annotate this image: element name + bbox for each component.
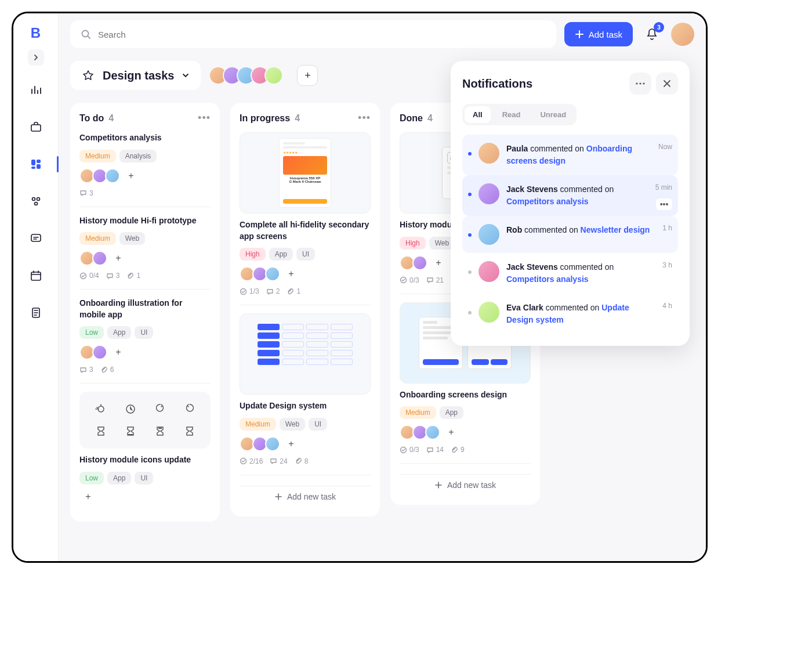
- add-new-task-button[interactable]: Add new task: [400, 474, 531, 496]
- nav-notes[interactable]: [24, 301, 48, 324]
- attachments-count: 9: [451, 446, 465, 454]
- task-card[interactable]: Onboarding illustration for mobile app L…: [79, 298, 211, 384]
- nav-dashboard[interactable]: [24, 78, 48, 102]
- nav-team[interactable]: [24, 190, 48, 213]
- add-assignee-button[interactable]: +: [285, 438, 298, 450]
- nav-board[interactable]: [24, 153, 48, 176]
- collapse-sidebar-button[interactable]: [28, 49, 44, 66]
- tab-unread[interactable]: Unread: [532, 106, 574, 123]
- board-title: Design tasks: [103, 69, 174, 82]
- add-assignee-button[interactable]: +: [445, 426, 458, 439]
- unread-dot: [468, 270, 472, 274]
- tab-all[interactable]: All: [465, 106, 491, 123]
- favorite-button[interactable]: [81, 68, 96, 83]
- board-members[interactable]: [209, 66, 283, 85]
- unread-dot: [468, 311, 472, 314]
- notification-avatar: [478, 224, 499, 245]
- add-assignee-button[interactable]: +: [112, 346, 125, 359]
- nav-icons: [24, 78, 48, 324]
- svg-rect-9: [31, 272, 41, 280]
- svg-point-14: [241, 288, 246, 294]
- chevron-down-icon[interactable]: [181, 71, 190, 80]
- card-assignees: +: [79, 251, 211, 266]
- notes-icon: [30, 307, 42, 319]
- add-new-task-button[interactable]: Add new task: [240, 486, 371, 507]
- board-title-box: Design tasks: [70, 61, 201, 90]
- column-menu-button[interactable]: •••: [198, 112, 211, 124]
- task-card[interactable]: Competitors analysis Medium Analysis + 3: [79, 132, 211, 207]
- plus-icon: [575, 30, 584, 39]
- column-title: In progress 4: [240, 113, 300, 124]
- svg-rect-8: [31, 234, 41, 241]
- notification-link[interactable]: Competitors analysis: [506, 274, 589, 284]
- card-tags: Medium App: [400, 406, 531, 419]
- notification-item[interactable]: Rob commented on Newsletter design 1 h: [462, 216, 678, 253]
- notifications-more-button[interactable]: [629, 73, 651, 95]
- notification-item[interactable]: Paula commented on Onboarding screens de…: [462, 135, 678, 175]
- search-input[interactable]: [98, 30, 546, 39]
- svg-point-7: [34, 203, 37, 205]
- unread-dot: [468, 152, 472, 156]
- comments-count: 3: [79, 366, 93, 374]
- svg-rect-1: [31, 160, 35, 165]
- notification-time: 1 h: [662, 224, 672, 232]
- notification-item[interactable]: Jack Stevens commented on Competitors an…: [462, 253, 678, 294]
- notification-more-button[interactable]: •••: [656, 198, 672, 210]
- nav-calendar[interactable]: [24, 264, 48, 287]
- user-avatar[interactable]: [671, 23, 694, 46]
- card-tags: Low AppUI: [79, 472, 211, 485]
- category-tag: App: [440, 406, 463, 419]
- notifications-button[interactable]: 3: [641, 23, 663, 45]
- priority-tag: Medium: [79, 232, 116, 245]
- category-tag: Web: [280, 418, 305, 431]
- card-tags: High AppUI: [240, 248, 371, 261]
- tab-read[interactable]: Read: [494, 106, 529, 123]
- notification-link[interactable]: Competitors analysis: [506, 197, 589, 206]
- task-card[interactable]: History module icons update Low AppUI +: [79, 392, 211, 512]
- chevron-right-icon: [32, 54, 39, 61]
- notification-item[interactable]: Eva Clark commented on Update Design sys…: [462, 294, 678, 334]
- svg-rect-0: [31, 125, 41, 131]
- notification-item[interactable]: Jack Stevens commented on Competitors an…: [462, 175, 678, 216]
- attachments-count: 1: [287, 287, 300, 295]
- add-assignee-button[interactable]: +: [125, 169, 137, 182]
- add-task-button[interactable]: Add task: [564, 22, 633, 46]
- card-title: Complete all hi-fidelity secondary app s…: [240, 219, 371, 242]
- notification-avatar: [478, 302, 499, 323]
- card-thumbnail: ★★★★★Husqvarna 550 XPG Mark II Chainsaw: [240, 132, 371, 214]
- add-assignee-button[interactable]: +: [112, 252, 125, 265]
- search-box[interactable]: [70, 20, 556, 48]
- category-tag: App: [107, 472, 131, 485]
- task-card[interactable]: History module Hi-fi prototype Medium We…: [79, 215, 211, 290]
- notifications-close-button[interactable]: [656, 73, 678, 95]
- task-card[interactable]: ★★★★★Husqvarna 550 XPG Mark II ChainsawC…: [240, 132, 371, 305]
- column-count: 4: [295, 113, 300, 124]
- card-assignees: +: [240, 266, 371, 281]
- card-meta: 2/16248: [240, 457, 371, 465]
- add-member-button[interactable]: +: [297, 65, 318, 86]
- comments-count: 3: [106, 272, 120, 280]
- nav-briefcase[interactable]: [24, 115, 48, 139]
- priority-tag: High: [400, 237, 426, 250]
- nav-messages[interactable]: [24, 227, 48, 250]
- svg-rect-3: [37, 164, 41, 169]
- unread-dot: [468, 233, 472, 237]
- add-assignee-button[interactable]: +: [285, 267, 298, 280]
- svg-point-5: [32, 198, 35, 201]
- close-icon: [663, 79, 671, 88]
- card-assignees: +: [79, 168, 211, 183]
- card-title: Onboarding illustration for mobile app: [79, 298, 211, 320]
- notification-time: 4 h: [662, 302, 672, 310]
- card-assignees: +: [79, 490, 211, 503]
- briefcase-icon: [30, 121, 42, 133]
- add-assignee-button[interactable]: +: [432, 256, 445, 269]
- notification-avatar: [478, 261, 499, 282]
- svg-point-16: [401, 277, 407, 283]
- card-title: Onboarding screens design: [400, 389, 531, 401]
- notification-link[interactable]: Newsletter design: [581, 225, 650, 234]
- notifications-list: Paula commented on Onboarding screens de…: [462, 135, 678, 334]
- task-card[interactable]: Update Design system Medium WebUI + 2/16…: [240, 313, 371, 475]
- subtasks-count: 0/3: [400, 276, 419, 284]
- column-menu-button[interactable]: •••: [358, 112, 371, 124]
- add-assignee-button[interactable]: +: [82, 490, 95, 503]
